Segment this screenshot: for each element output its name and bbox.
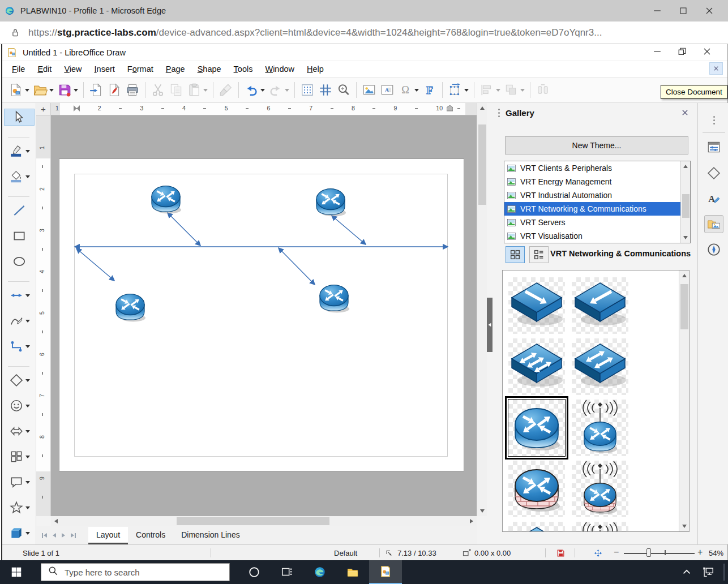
theme-item[interactable]: VRT Networking & Communications [504,202,681,216]
search-input[interactable] [65,568,217,577]
zoom-slider-track[interactable] [624,553,695,554]
edge-taskbar-button[interactable] [303,560,336,584]
zoom-in-button[interactable]: + [697,547,703,557]
dropdown-arrow-icon[interactable] [49,89,54,92]
tab-controls[interactable]: Controls [128,527,173,544]
export-pdf-button[interactable] [105,80,123,100]
menu-help[interactable]: Help [301,62,330,76]
dropdown-arrow-icon[interactable] [496,89,500,92]
special-character-button[interactable]: Ω [396,80,421,100]
dropdown-arrow-icon[interactable] [74,89,78,92]
undo-button[interactable] [242,80,267,100]
sidebar-shapes-tab[interactable] [704,164,723,182]
theme-item[interactable]: VRT Industrial Automation [504,188,681,202]
callouts-tool[interactable] [4,474,35,491]
gallery-item-switch-uplink[interactable] [572,277,628,334]
rectangle-tool[interactable] [4,227,35,244]
dropdown-arrow-icon[interactable] [260,89,265,92]
horizontal-scrollbar[interactable] [51,516,477,526]
slide-page[interactable] [59,158,464,471]
save-button[interactable] [55,80,80,100]
sidebar-navigator-tab[interactable] [704,241,723,259]
dropdown-arrow-icon[interactable] [25,345,30,348]
insert-image-button[interactable] [360,80,378,100]
dropdown-arrow-icon[interactable] [25,532,30,535]
arrange-button[interactable] [502,80,526,100]
insert-line-tool[interactable] [4,202,35,219]
menu-tools[interactable]: Tools [228,62,259,76]
url-text[interactable]: https://stg.practice-labs.com/device-adv… [28,27,602,38]
dropdown-arrow-icon[interactable] [285,89,289,92]
sidebar-properties-tab[interactable] [704,138,723,156]
grid-scroll-up-arrow[interactable] [679,270,690,281]
distribution-button[interactable] [534,80,552,100]
gallery-item-switch-downlink[interactable] [508,277,565,334]
libreoffice-taskbar-button[interactable] [369,560,402,584]
gallery-close-button[interactable] [679,107,691,118]
curves-polygons-tool[interactable] [4,312,35,329]
line-color-tool[interactable] [4,143,35,160]
hide-panel-handle[interactable] [487,298,493,352]
next-slide-button[interactable] [62,533,65,538]
list-scroll-thumb[interactable] [682,194,690,218]
zoom-level-label[interactable]: 54% [709,545,723,561]
basic-shapes-tool[interactable] [4,372,35,389]
copy-button[interactable] [167,80,185,100]
fill-color-tool[interactable] [4,168,35,185]
theme-list-scrollbar[interactable] [680,161,690,243]
gallery-item-switch-multilink[interactable] [508,338,565,395]
redo-button[interactable] [267,80,291,100]
new-document-button[interactable] [7,80,31,100]
ellipse-tool[interactable] [4,253,35,270]
theme-item[interactable]: VRT Visualisation [504,229,681,243]
flowchart-tool[interactable] [4,448,35,465]
gallery-item-firewall-router[interactable] [508,461,565,517]
menu-format[interactable]: Format [121,62,160,76]
lo-restore-button[interactable] [670,43,695,60]
hidden-icons-chevron[interactable] [678,560,695,584]
edge-close-button[interactable] [696,0,722,22]
grid-scroll-thumb[interactable] [680,284,688,329]
gallery-item-wireless-router[interactable] [572,400,628,456]
select-tool[interactable] [4,109,35,126]
theme-item[interactable]: VRT Clients & Peripherals [504,161,681,175]
gallery-item-switch-partial[interactable] [508,522,565,532]
zoom-slider-handle[interactable] [646,548,651,557]
list-scroll-down-arrow[interactable] [680,233,691,243]
dropdown-arrow-icon[interactable] [464,89,469,92]
dropdown-arrow-icon[interactable] [25,456,30,458]
scroll-down-arrow[interactable] [477,506,487,516]
zoom-button[interactable] [335,80,353,100]
network-diagram[interactable] [59,159,465,472]
insert-text-box-button[interactable]: A [378,80,396,100]
3d-objects-tool[interactable] [4,525,35,542]
gallery-item-wireless-firewall-router[interactable] [572,461,628,517]
sidebar-styles-tab[interactable]: A [704,190,723,208]
previous-slide-button[interactable] [53,533,56,538]
drawing-canvas[interactable] [51,115,477,516]
export-button[interactable] [87,80,105,100]
dropdown-arrow-icon[interactable] [25,89,29,92]
start-button[interactable] [0,560,33,584]
dropdown-arrow-icon[interactable] [203,89,208,92]
panel-grip-icon[interactable] [498,109,500,117]
dropdown-arrow-icon[interactable] [25,481,30,484]
network-icon[interactable] [700,560,717,584]
scroll-left-arrow[interactable] [51,516,61,526]
dropdown-arrow-icon[interactable] [520,89,525,92]
dropdown-arrow-icon[interactable] [25,175,30,178]
block-arrows-tool[interactable] [4,423,35,440]
horizontal-scroll-thumb[interactable] [177,517,329,525]
dropdown-arrow-icon[interactable] [414,89,419,92]
file-explorer-button[interactable] [336,560,369,584]
lo-close-button[interactable] [695,43,720,60]
edge-minimize-button[interactable] [644,0,670,22]
tab-dimension-lines[interactable]: Dimension Lines [173,527,248,544]
menu-edit[interactable]: Edit [31,62,58,76]
tab-layout[interactable]: Layout [88,527,128,544]
fit-slide-button[interactable] [593,545,603,561]
margin-marker-icon[interactable] [447,104,453,114]
gallery-item-switch-crosslink[interactable] [572,338,628,395]
transformations-button[interactable] [446,80,470,100]
menu-insert[interactable]: Insert [88,62,121,76]
